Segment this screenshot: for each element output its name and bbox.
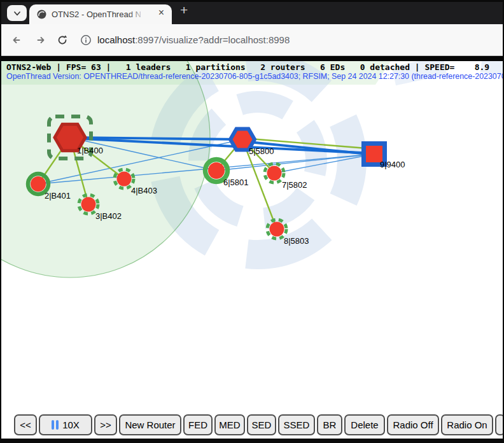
node-4[interactable] (117, 172, 132, 186)
toolbar: <<10X>>New RouterFEDMEDSEDSSEDBRDeleteRa… (14, 414, 503, 436)
toolbar-button-label: Delete (351, 419, 378, 430)
otns-page: 1|B4002|B4013|B4024|B4035|58006|58017|58… (1, 61, 503, 439)
new-tab-icon[interactable]: + (180, 3, 188, 18)
toolbar-button-rewind[interactable]: << (14, 414, 37, 435)
toolbar-button-label: SSED (284, 419, 310, 430)
node-7[interactable] (267, 166, 282, 181)
node-5-label: 5|5800 (249, 146, 274, 156)
toolbar-button-new-router[interactable]: New Router (119, 414, 181, 435)
node-3-label: 3|B402 (95, 211, 122, 221)
browser-window: OTNS2 - OpenThread Ne × + (0, 0, 504, 443)
pause-icon (52, 420, 59, 430)
node-6-label: 6|5801 (223, 178, 249, 187)
toolbar-button-label: BR (323, 419, 337, 430)
network-canvas[interactable]: 1|B4002|B4013|B4024|B4035|58006|58017|58… (1, 61, 503, 418)
reload-icon[interactable] (55, 33, 69, 47)
url-bar: localhost:8997/visualize?addr=localhost:… (0, 24, 504, 56)
tab-title-fade (129, 10, 145, 21)
chrome-page-divider (0, 56, 504, 61)
toolbar-button-label: Radio On (447, 419, 487, 430)
toolbar-button-label: FED (188, 419, 207, 430)
toolbar-button-label: >> (100, 419, 111, 430)
node-9-label: 9|9400 (380, 160, 405, 169)
tab-title: OTNS2 - OpenThread Ne (52, 10, 141, 19)
node-2-label: 2|B401 (45, 191, 71, 200)
toolbar-button-cut-off[interactable] (495, 414, 503, 435)
tab-strip: OTNS2 - OpenThread Ne × + (0, 0, 504, 24)
toolbar-button-label: New Router (125, 419, 175, 430)
toolbar-button-med[interactable]: MED (214, 414, 245, 435)
chevron-down-icon (11, 8, 23, 19)
node-4-label: 4|B403 (131, 186, 157, 195)
url-host: localhost (97, 34, 135, 45)
version-line: OpenThread Version: OPENTHREAD/thread-re… (6, 72, 503, 81)
url-path: :8997/visualize?addr=localhost:8998 (135, 34, 290, 45)
toolbar-button-label: Radio Off (393, 419, 433, 430)
address-field[interactable]: localhost:8997/visualize?addr=localhost:… (97, 34, 290, 45)
toolbar-button-label: << (20, 419, 31, 430)
toolbar-button-radio-off[interactable]: Radio Off (387, 414, 439, 435)
node-6[interactable] (208, 162, 225, 179)
tab-otns2[interactable]: OTNS2 - OpenThread Ne × (29, 4, 172, 24)
window-border (0, 0, 504, 2)
toolbar-button-radio-on[interactable]: Radio On (441, 414, 493, 435)
toolbar-button-delete[interactable]: Delete (344, 414, 385, 435)
toolbar-button-br[interactable]: BR (317, 414, 342, 435)
forward-icon[interactable] (33, 33, 47, 47)
site-info-icon[interactable] (80, 34, 92, 46)
toolbar-button-sed[interactable]: SED (247, 414, 276, 435)
toolbar-button-label: SED (252, 419, 272, 430)
window-border (0, 0, 1, 443)
globe-icon (37, 10, 46, 19)
toolbar-button-ssed[interactable]: SSED (278, 414, 315, 435)
toolbar-button-forward[interactable]: >> (94, 414, 117, 435)
back-icon[interactable] (10, 33, 24, 47)
node-3[interactable] (81, 197, 96, 212)
toolbar-button-label: 10X (62, 419, 80, 430)
status-line: OTNS2-Web | FPS= 63 | 1 leaders 1 partit… (6, 62, 489, 72)
node-2[interactable] (31, 176, 46, 192)
toolbar-button-fed[interactable]: FED (183, 414, 213, 435)
node-8-label: 8|5803 (284, 236, 309, 246)
window-border (0, 439, 504, 443)
close-tab-icon[interactable]: × (158, 7, 164, 18)
toolbar-button-label: MED (219, 419, 240, 430)
node-8[interactable] (270, 222, 284, 237)
node-7-label: 7|5802 (282, 180, 307, 190)
toolbar-button-pause-speed[interactable]: 10X (39, 414, 92, 435)
node-1-label: 1|B400 (77, 146, 103, 155)
tab-search-button[interactable] (7, 5, 27, 21)
